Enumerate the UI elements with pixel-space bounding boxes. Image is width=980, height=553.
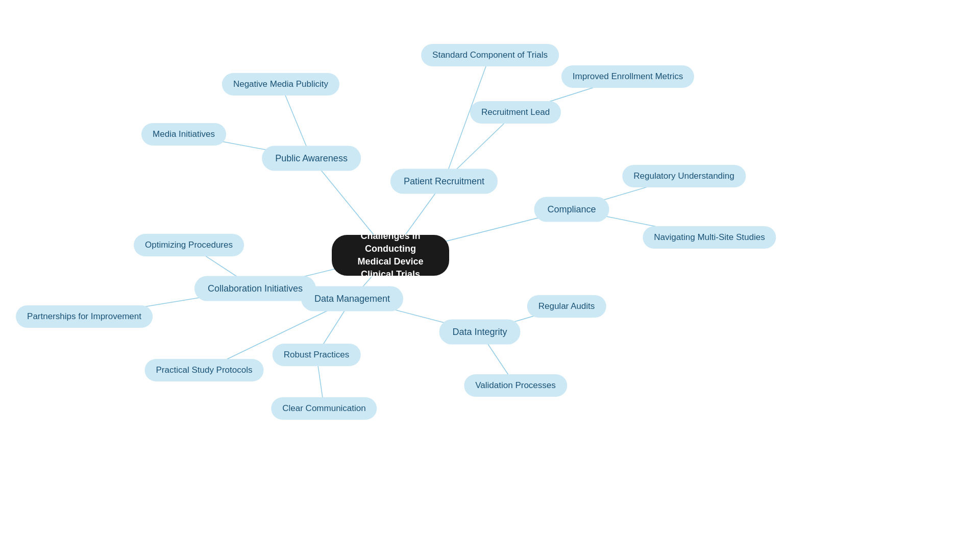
- standard-component-node: Standard Component of Trials: [421, 44, 559, 66]
- recruitment-lead-node: Recruitment Lead: [470, 101, 561, 124]
- regular-audits-node: Regular Audits: [527, 295, 606, 318]
- patient-recruitment-node: Patient Recruitment: [390, 169, 498, 194]
- collaboration-initiatives-node: Collaboration Initiatives: [194, 276, 316, 301]
- public-awareness-node: Public Awareness: [262, 146, 361, 171]
- clear-communication-node: Clear Communication: [271, 397, 377, 420]
- mindmap-canvas: .edge-line { stroke: #90cce8; stroke-wid…: [0, 0, 980, 553]
- optimizing-procedures-node: Optimizing Procedures: [134, 234, 244, 256]
- practical-study-node: Practical Study Protocols: [145, 359, 264, 381]
- navigating-multisite-node: Navigating Multi-Site Studies: [643, 226, 776, 249]
- improved-enrollment-node: Improved Enrollment Metrics: [561, 65, 694, 88]
- data-integrity-node: Data Integrity: [439, 320, 520, 345]
- validation-processes-node: Validation Processes: [464, 374, 567, 397]
- center-node: Challenges in Conducting Medical Device …: [332, 235, 449, 276]
- robust-practices-node: Robust Practices: [273, 344, 361, 366]
- data-management-node: Data Management: [301, 286, 403, 311]
- negative-media-node: Negative Media Publicity: [222, 73, 339, 95]
- regulatory-understanding-node: Regulatory Understanding: [622, 165, 746, 187]
- compliance-node: Compliance: [534, 197, 609, 222]
- partnerships-node: Partnerships for Improvement: [16, 305, 153, 328]
- media-initiatives-node: Media Initiatives: [141, 123, 226, 146]
